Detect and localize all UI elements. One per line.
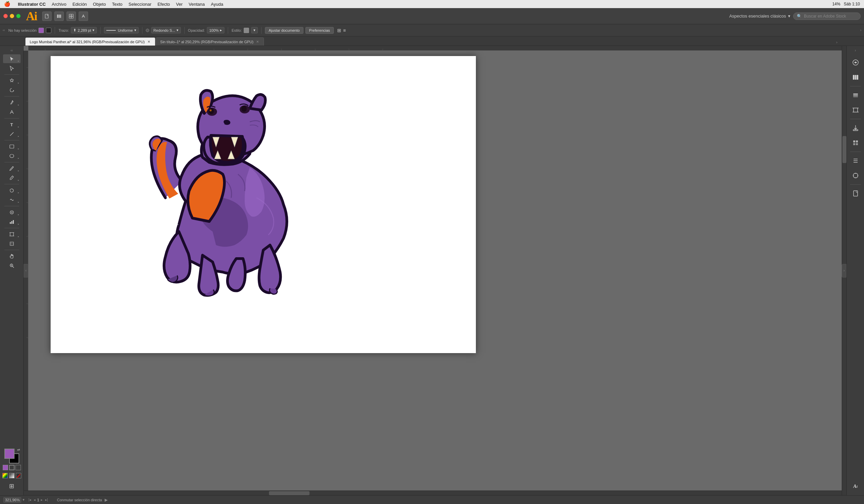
collapse-left-panel-arrow[interactable]: ‹ [24, 264, 28, 277]
pen-tool[interactable]: ▸ [3, 98, 21, 107]
magic-wand-tool[interactable]: ▸ [3, 76, 21, 85]
foreground-color-swatch[interactable] [4, 449, 14, 459]
symbol-tool[interactable]: ▸ [3, 208, 21, 217]
svg-rect-67 [853, 130, 858, 131]
search-bar[interactable]: 🔍 Buscar en Adobe Stock [793, 12, 861, 20]
artboards-panel-btn[interactable] [849, 103, 862, 117]
style-swatch[interactable] [244, 28, 249, 33]
trazo-value[interactable]: ⬆ 2,289 pt ▾ [71, 27, 97, 33]
warp-tool[interactable]: ▸ [3, 195, 21, 204]
export-panel-btn[interactable] [849, 121, 862, 135]
svg-rect-7 [71, 16, 73, 18]
maximize-window-btn[interactable] [16, 14, 21, 18]
tool-separator-9 [4, 250, 19, 250]
chart-tool[interactable]: ▸ [3, 217, 21, 226]
menu-edicion[interactable]: Edición [73, 2, 87, 7]
rectangle-tool[interactable]: ▸ [3, 142, 21, 151]
zoom-dropdown-btn[interactable]: ▾ [23, 497, 25, 502]
style-dropdown[interactable]: ▾ [251, 27, 258, 33]
tool-flyout-4: ▸ [18, 125, 19, 128]
type-tool[interactable]: T ▸ [3, 120, 21, 129]
color-mode-btn[interactable] [2, 473, 8, 478]
svg-rect-15 [10, 222, 11, 224]
anchor-tool[interactable] [3, 108, 21, 117]
appearance-panel-btn[interactable] [849, 56, 862, 69]
none-swatch[interactable] [15, 465, 21, 470]
h-scroll-thumb[interactable] [269, 491, 310, 495]
page-panel-btn[interactable] [849, 187, 862, 200]
slice-tool[interactable] [3, 239, 21, 248]
artboard-tool[interactable]: ▸ [3, 230, 21, 239]
menu-ver[interactable]: Ver [176, 2, 183, 7]
stroke-type-dropdown[interactable]: Uniforme ▾ [104, 27, 139, 33]
no-selection-label: No hay selección [9, 28, 37, 33]
ajustar-documento-btn[interactable]: Ajustar documento [265, 27, 303, 34]
libraries-panel-btn[interactable] [849, 71, 862, 84]
tool-separator-3 [4, 118, 19, 119]
tab-close-2[interactable]: ✕ [255, 40, 260, 44]
status-play-btn[interactable]: ▶ [105, 497, 108, 502]
menu-ventana[interactable]: Ventana [189, 2, 205, 7]
close-window-btn[interactable] [3, 14, 8, 18]
menu-efecto[interactable]: Efecto [158, 2, 170, 7]
collapse-top-left[interactable]: ‹‹ [11, 49, 13, 52]
gradient-btn[interactable] [9, 473, 14, 478]
last-page-btn[interactable]: ▸| [44, 497, 49, 502]
stroke-cap-dropdown[interactable]: Redondo S... ▾ [151, 27, 181, 33]
workspace-selector[interactable]: Aspectos esenciales clásicos ▾ [729, 13, 790, 19]
tabs-overflow-arrow[interactable]: › [835, 39, 839, 46]
swap-colors-icon[interactable]: ⇄ [17, 448, 20, 452]
tab-sin-titulo[interactable]: Sin título–1* al 250,29% (RGB/Previsuali… [156, 37, 264, 46]
zoom-level[interactable]: 321,96% [3, 497, 21, 503]
menu-ayuda[interactable]: Ayuda [211, 2, 224, 7]
menu-texto[interactable]: Texto [112, 2, 122, 7]
svg-point-12 [10, 154, 14, 158]
zoom-tool[interactable] [3, 261, 21, 270]
tab-mumbai-panther[interactable]: Logo Mumbai Panther.ai* al 321,96% (RGB/… [25, 37, 155, 46]
lasso-tool[interactable] [3, 86, 21, 95]
paintbrush-tool[interactable]: ▸ [3, 164, 21, 173]
collapse-right-arrow[interactable]: › [860, 28, 861, 32]
menu-archivo[interactable]: Archivo [52, 2, 66, 7]
collapse-right-panel-arrow[interactable]: › [842, 264, 847, 277]
pen-toolbar-btn[interactable] [79, 11, 88, 21]
more-options-btn[interactable]: ≡ [343, 28, 346, 33]
new-doc-btn[interactable] [42, 11, 52, 21]
horizontal-scrollbar[interactable] [24, 491, 842, 495]
direct-selection-tool[interactable] [3, 64, 21, 73]
tab-close-1[interactable]: ✕ [147, 40, 151, 44]
stroke-color-swatch[interactable] [46, 28, 51, 33]
none-btn[interactable] [16, 473, 21, 478]
pencil-tool[interactable]: ▸ [3, 173, 21, 182]
ellipse-tool[interactable]: ▸ [3, 152, 21, 160]
fill-mini-swatch[interactable] [3, 465, 8, 470]
libraries-btn[interactable] [54, 11, 64, 21]
collapse-top-right[interactable]: › [855, 49, 856, 52]
preferencias-btn[interactable]: Preferencias [305, 27, 334, 34]
rotate-tool[interactable]: ▸ [3, 186, 21, 195]
collapse-left-arrow[interactable]: ‹‹ [3, 28, 5, 32]
align-options-btn[interactable]: ⊞ [337, 28, 341, 33]
first-page-btn[interactable]: |◂ [27, 497, 32, 502]
transform-panel-btn[interactable] [849, 169, 862, 182]
layers-panel-btn[interactable]: ⊞ [9, 482, 14, 490]
next-page-btn[interactable]: ▸ [40, 497, 44, 502]
line-tool[interactable]: ▸ [3, 130, 21, 139]
fill-color-swatch[interactable] [38, 28, 44, 33]
menu-seleccionar[interactable]: Seleccionar [129, 2, 152, 7]
layers-panel-btn-r[interactable] [849, 88, 862, 102]
opacidad-value[interactable]: 100% ▸ [207, 27, 225, 33]
align-panel-btn[interactable] [849, 154, 862, 167]
v-scroll-thumb[interactable] [842, 136, 847, 163]
svg-line-10 [10, 132, 13, 136]
prev-page-btn[interactable]: ◂ [33, 497, 36, 502]
selection-tool[interactable]: ▸ [3, 55, 21, 63]
menu-objeto[interactable]: Objeto [93, 2, 106, 7]
arrangement-btn[interactable] [67, 11, 76, 21]
svg-rect-57 [855, 75, 856, 80]
apple-menu[interactable]: 🍎 [4, 1, 11, 7]
hand-tool[interactable] [3, 252, 21, 261]
minimize-window-btn[interactable] [10, 14, 14, 18]
stroke-mini-swatch[interactable] [9, 465, 14, 470]
asset-export-btn[interactable] [849, 136, 862, 149]
